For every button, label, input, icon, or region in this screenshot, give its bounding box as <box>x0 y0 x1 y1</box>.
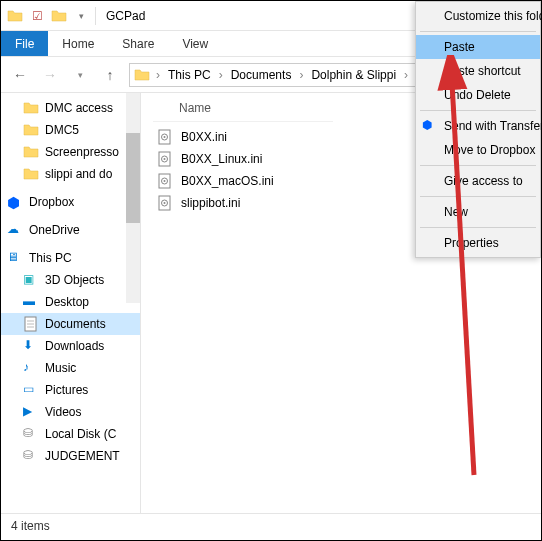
desktop-icon: ▬ <box>23 294 39 310</box>
sidebar-label: Pictures <box>45 383 88 397</box>
home-tab[interactable]: Home <box>48 31 108 56</box>
pc-icon: 🖥 <box>7 250 23 266</box>
ini-file-icon <box>157 151 173 167</box>
forward-button[interactable]: → <box>39 64 61 86</box>
sidebar-item[interactable]: ▬Desktop <box>1 291 140 313</box>
qat-dropdown-icon[interactable]: ▾ <box>73 8 89 24</box>
folder-icon <box>7 8 23 24</box>
chevron-right-icon[interactable]: › <box>217 68 225 82</box>
file-name: B0XX_macOS.ini <box>181 174 274 188</box>
sidebar-item[interactable]: DMC access <box>1 97 140 119</box>
view-tab[interactable]: View <box>168 31 222 56</box>
file-name: B0XX.ini <box>181 130 227 144</box>
folder-icon <box>134 67 150 83</box>
ctx-paste[interactable]: Paste <box>416 35 540 59</box>
up-button[interactable]: ↑ <box>99 64 121 86</box>
sidebar-label: Documents <box>45 317 106 331</box>
chevron-right-icon[interactable]: › <box>297 68 305 82</box>
sidebar-label: Desktop <box>45 295 89 309</box>
folder-icon <box>51 8 67 24</box>
sidebar-item[interactable]: slippi and do <box>1 163 140 185</box>
onedrive-icon: ☁ <box>7 222 23 238</box>
sidebar-label: Screenpresso <box>45 145 119 159</box>
sidebar-item-thispc[interactable]: 🖥This PC <box>1 247 140 269</box>
window-title: GCPad <box>106 9 145 23</box>
navigation-sidebar: DMC access DMC5 Screenpresso slippi and … <box>1 93 141 513</box>
ini-file-icon <box>157 129 173 145</box>
sidebar-item[interactable]: ▭Pictures <box>1 379 140 401</box>
sidebar-scrollbar-thumb[interactable] <box>126 133 140 223</box>
separator <box>420 31 536 32</box>
back-button[interactable]: ← <box>9 64 31 86</box>
ini-file-icon <box>157 173 173 189</box>
sidebar-item[interactable]: ⬇Downloads <box>1 335 140 357</box>
sidebar-label: Music <box>45 361 76 375</box>
sidebar-label: slippi and do <box>45 167 112 181</box>
folder-icon <box>23 166 39 182</box>
context-menu: Customize this fold Paste Paste shortcut… <box>415 1 541 258</box>
sidebar-item[interactable]: ▣3D Objects <box>1 269 140 291</box>
ctx-customize[interactable]: Customize this fold <box>416 4 540 28</box>
sidebar-label: OneDrive <box>29 223 80 237</box>
file-tab[interactable]: File <box>1 31 48 56</box>
sidebar-label: Dropbox <box>29 195 74 209</box>
sidebar-label: JUDGEMENT <box>45 449 120 463</box>
breadcrumb-seg[interactable]: This PC <box>166 68 213 82</box>
breadcrumb-seg[interactable]: Documents <box>229 68 294 82</box>
file-name: slippibot.ini <box>181 196 240 210</box>
ctx-new[interactable]: New <box>416 200 540 224</box>
music-icon: ♪ <box>23 360 39 376</box>
sidebar-item-onedrive[interactable]: ☁OneDrive <box>1 219 140 241</box>
recent-dropdown-icon[interactable]: ▾ <box>69 64 91 86</box>
sidebar-label: DMC access <box>45 101 113 115</box>
sidebar-label: Downloads <box>45 339 104 353</box>
sidebar-label: 3D Objects <box>45 273 104 287</box>
ctx-paste-shortcut[interactable]: Paste shortcut <box>416 59 540 83</box>
item-count: 4 items <box>11 519 50 533</box>
sidebar-label: Videos <box>45 405 81 419</box>
dropbox-icon: ⬢ <box>422 118 436 132</box>
dropbox-icon: ⬢ <box>7 194 23 210</box>
ctx-give-access[interactable]: Give access to <box>416 169 540 193</box>
qat-properties-icon[interactable]: ☑ <box>29 8 45 24</box>
folder-icon <box>23 100 39 116</box>
sidebar-item[interactable]: ⛁Local Disk (C <box>1 423 140 445</box>
disk-icon: ⛁ <box>23 426 39 442</box>
ctx-move-dropbox[interactable]: Move to Dropbox <box>416 138 540 162</box>
disk-icon: ⛁ <box>23 448 39 464</box>
sidebar-label: This PC <box>29 251 72 265</box>
column-header-name[interactable]: Name <box>153 99 333 122</box>
ctx-undo-delete[interactable]: Undo Delete <box>416 83 540 107</box>
ctx-send-transfer[interactable]: ⬢Send with Transfer. <box>416 114 540 138</box>
sidebar-item-dropbox[interactable]: ⬢Dropbox <box>1 191 140 213</box>
folder-icon <box>23 144 39 160</box>
sidebar-item[interactable]: ⛁JUDGEMENT <box>1 445 140 467</box>
3d-objects-icon: ▣ <box>23 272 39 288</box>
sidebar-item[interactable]: ▶Videos <box>1 401 140 423</box>
folder-icon <box>23 122 39 138</box>
ctx-properties[interactable]: Properties <box>416 231 540 255</box>
separator <box>420 165 536 166</box>
sidebar-label: Local Disk (C <box>45 427 116 441</box>
sidebar-item[interactable]: Screenpresso <box>1 141 140 163</box>
sidebar-item[interactable]: DMC5 <box>1 119 140 141</box>
separator <box>420 110 536 111</box>
ini-file-icon <box>157 195 173 211</box>
documents-icon <box>23 316 39 332</box>
sidebar-item[interactable]: ♪Music <box>1 357 140 379</box>
file-name: B0XX_Linux.ini <box>181 152 262 166</box>
downloads-icon: ⬇ <box>23 338 39 354</box>
share-tab[interactable]: Share <box>108 31 168 56</box>
breadcrumb-seg[interactable]: Dolphin & Slippi <box>309 68 398 82</box>
chevron-right-icon[interactable]: › <box>154 68 162 82</box>
videos-icon: ▶ <box>23 404 39 420</box>
separator <box>420 196 536 197</box>
separator <box>420 227 536 228</box>
pictures-icon: ▭ <box>23 382 39 398</box>
ctx-label: Send with Transfer. <box>444 119 542 133</box>
separator <box>95 7 96 25</box>
chevron-right-icon[interactable]: › <box>402 68 410 82</box>
sidebar-item-documents[interactable]: Documents <box>1 313 140 335</box>
status-bar: 4 items <box>1 513 541 537</box>
sidebar-label: DMC5 <box>45 123 79 137</box>
